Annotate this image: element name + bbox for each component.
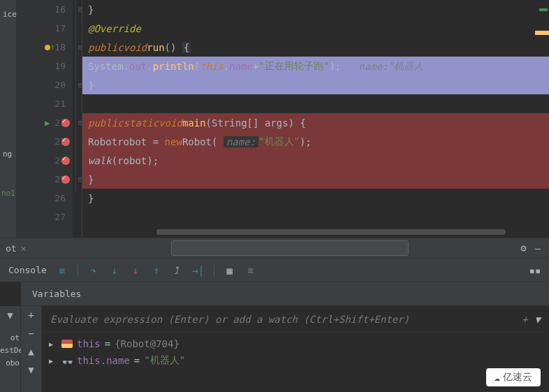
down-icon[interactable]: ▼ [21,361,42,379]
expand-icon[interactable]: ▼ [535,314,541,325]
line-number[interactable]: 27 [17,208,73,226]
glasses-icon: 👓 [61,356,73,365]
close-icon[interactable]: × [21,243,27,254]
horizontal-scrollbar[interactable] [156,229,506,235]
cloud-icon: ☁ [495,372,500,383]
line-number[interactable]: 16⊟ [17,0,73,19]
breakpoint-icon[interactable] [61,175,70,184]
error-stripe[interactable] [539,8,548,11]
frame-list[interactable]: ot estDe obo [0,332,21,370]
tab[interactable]: ot × [0,238,31,258]
chevron-right-icon[interactable]: ▶ [49,340,57,348]
evaluate-icon[interactable]: ▦ [224,265,235,276]
run-icon[interactable]: ▶ [45,118,50,128]
force-step-into-icon[interactable]: ↓ [130,265,141,276]
minimize-icon[interactable]: — [535,242,541,254]
line-number[interactable]: 19 [17,57,73,75]
panel-text: no1 [0,187,17,199]
arrow-up-icon: ↑ [50,43,55,52]
line-number[interactable]: 26 [17,189,73,208]
layout-icon[interactable]: ▪▪ [529,265,541,276]
panel-text: ng [1,148,13,160]
console-tab[interactable]: Console [8,265,47,275]
line-number[interactable]: 20⊟ [17,75,73,94]
chevron-right-icon[interactable]: ▶ [49,357,57,365]
remove-icon[interactable]: − [21,324,42,342]
line-number[interactable]: 23 [17,132,73,151]
variable-row[interactable]: ▶ 👓 this.name = "机器人" [49,352,542,369]
watermark: ☁ 亿速云 [486,368,541,386]
warning-marker[interactable] [535,31,549,35]
search-input[interactable] [171,240,409,256]
debug-tab-bar: ot × ⚙ — [0,238,549,259]
add-watch-icon[interactable]: + [522,314,527,325]
run-to-cursor-icon[interactable]: →| [193,265,204,276]
code-content[interactable]: } @Override public void run() { System.o… [73,0,549,238]
panel-text: ice [1,8,18,20]
code-line[interactable]: walk(robot); [82,151,549,170]
code-line[interactable]: } [82,170,549,189]
breakpoint-icon[interactable] [61,119,70,127]
code-line[interactable]: System.out.println(this.name+"正在用轮子跑"); … [82,57,549,75]
code-line[interactable] [82,208,549,226]
code-editor[interactable]: 16⊟ 17 ↑18⊟ 19 20⊟ 21 ▶22⊟ 23 24 25⊟ 26 … [17,0,549,238]
code-line[interactable]: } [82,0,549,19]
project-panel[interactable]: ice ng no1 [0,0,17,238]
rerun-icon[interactable]: ▼ [0,306,21,324]
watch-placeholder: Evaluate expression (Enter) or add a wat… [50,314,409,325]
fold-column [73,0,82,238]
debug-toolbar: Console ≡ ↷ ↓ ↓ ↑ ⤴ →| ▦ ≋ ▪▪ [0,259,549,282]
threads-icon[interactable]: ≡ [57,265,68,276]
object-icon [61,340,73,348]
trace-icon[interactable]: ≋ [245,265,256,276]
line-number[interactable]: 21 [17,94,73,113]
line-number[interactable]: 24 [17,151,73,170]
line-gutter[interactable]: 16⊟ 17 ↑18⊟ 19 20⊟ 21 ▶22⊟ 23 24 25⊟ 26 … [17,0,73,238]
breakpoint-icon[interactable] [61,138,70,146]
variables-header[interactable]: Variables [21,282,549,306]
line-number[interactable]: ↑18⊟ [17,38,73,57]
watch-input-bar[interactable]: Evaluate expression (Enter) or add a wat… [42,306,549,333]
code-line[interactable] [82,94,549,113]
line-number[interactable]: 17 [17,19,73,38]
step-out-icon[interactable]: ↑ [151,265,162,276]
code-line[interactable]: public void run() { [82,38,549,57]
gear-icon[interactable]: ⚙ [520,242,526,254]
step-over-icon[interactable]: ↷ [88,265,99,276]
breakpoint-icon[interactable] [61,157,70,165]
drop-frame-icon[interactable]: ⤴ [172,265,183,276]
watch-toolbar: + − ▲ ▼ [21,306,42,392]
line-number[interactable]: ▶22⊟ [17,113,73,132]
code-line[interactable]: } [82,75,549,94]
code-line[interactable]: Robot robot = new Robot( name: "机器人"); [82,132,549,151]
add-icon[interactable]: + [21,306,42,324]
tab-label: ot [6,243,17,254]
code-line[interactable]: public static void main(String[] args) { [82,113,549,132]
code-line[interactable]: } [82,189,549,208]
override-marker[interactable] [45,45,50,50]
step-into-icon[interactable]: ↓ [109,265,120,276]
variable-row[interactable]: ▶ this = {Robot@704} [49,335,542,352]
variables-panel[interactable]: ▶ this = {Robot@704} ▶ 👓 this.name = "机器… [42,333,549,392]
up-icon[interactable]: ▲ [21,342,42,361]
code-line[interactable]: @Override [82,19,549,38]
line-number[interactable]: 25⊟ [17,170,73,189]
